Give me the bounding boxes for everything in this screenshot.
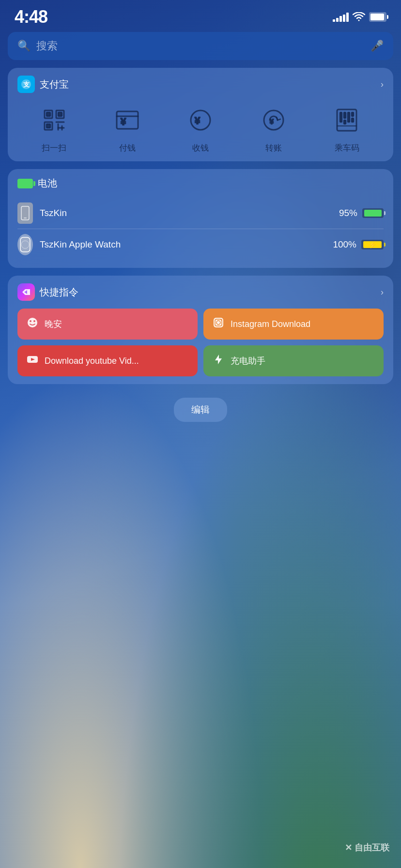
alipay-scan[interactable]: 扫一扫 — [37, 103, 72, 154]
search-bar[interactable]: 🔍 搜索 🎤 — [8, 32, 393, 60]
microphone-icon[interactable]: 🎤 — [370, 40, 384, 52]
watch-battery-pct: 100% — [333, 239, 356, 250]
shortcut-charge-label: 充电助手 — [231, 355, 265, 367]
alipay-title: 支付宝 — [40, 78, 69, 91]
svg-rect-21 — [348, 112, 350, 122]
status-bar: 4:48 — [0, 0, 401, 32]
shortcut-goodnight-label: 晚安 — [45, 318, 62, 330]
svg-rect-24 — [352, 118, 354, 122]
alipay-logo: 支 — [17, 76, 35, 93]
instagram-icon — [212, 316, 225, 332]
youtube-icon — [26, 353, 39, 369]
svg-point-14 — [191, 110, 210, 130]
battery-device-phone: TszKin 95% — [17, 198, 384, 229]
phone-battery-bar — [362, 208, 384, 218]
svg-point-36 — [221, 319, 222, 321]
svg-rect-28 — [20, 237, 30, 252]
battery-device-watch: TszKin Apple Watch 100% ⚡ — [17, 229, 384, 260]
status-icons — [333, 12, 386, 22]
edit-button-wrap: 编辑 — [8, 398, 393, 422]
shortcut-goodnight[interactable]: 晚安 — [17, 309, 198, 340]
phone-device-name: TszKin — [40, 208, 67, 218]
watermark: ✕ 自由互联 — [345, 842, 389, 853]
shortcuts-title: 快捷指令 — [40, 286, 78, 299]
alipay-receive[interactable]: ¥ 收钱 — [183, 103, 218, 154]
svg-text:支: 支 — [23, 81, 30, 88]
shortcuts-logo — [17, 283, 35, 301]
svg-rect-23 — [344, 120, 346, 124]
goodnight-icon — [26, 316, 39, 332]
alipay-receive-label: 收钱 — [192, 142, 209, 154]
svg-rect-19 — [340, 112, 342, 122]
alipay-transit[interactable]: 乘车码 — [329, 103, 364, 154]
alipay-header[interactable]: 支 支付宝 › — [17, 76, 384, 93]
shortcut-youtube-label: Download youtube Vid... — [45, 356, 139, 366]
shortcut-charge[interactable]: 充电助手 — [203, 345, 384, 376]
svg-rect-20 — [344, 112, 346, 118]
battery-widget: 电池 TszKin 95% — [8, 169, 393, 268]
edit-button[interactable]: 编辑 — [174, 398, 227, 422]
shortcut-instagram[interactable]: Instagram Download — [203, 309, 384, 340]
status-time: 4:48 — [15, 7, 47, 27]
svg-rect-22 — [352, 112, 354, 116]
search-placeholder: 搜索 — [36, 39, 365, 53]
phone-battery-pct: 95% — [339, 208, 357, 218]
svg-rect-6 — [46, 124, 50, 128]
alipay-transit-label: 乘车码 — [335, 142, 359, 154]
svg-rect-4 — [46, 112, 50, 116]
search-icon: 🔍 — [17, 40, 31, 52]
svg-point-31 — [30, 320, 31, 322]
alipay-transfer[interactable]: ¥ 转账 — [256, 103, 291, 154]
svg-rect-27 — [24, 217, 27, 218]
alipay-transfer-label: 转账 — [265, 142, 282, 154]
alipay-pay-label: 付钱 — [119, 142, 136, 154]
shortcut-youtube[interactable]: Download youtube Vid... — [17, 345, 198, 376]
watch-battery-bar: ⚡ — [361, 240, 384, 249]
alipay-pay[interactable]: ¥ 付钱 — [110, 103, 145, 154]
svg-text:¥: ¥ — [270, 118, 274, 125]
shortcut-instagram-label: Instagram Download — [231, 319, 310, 329]
alipay-chevron: › — [381, 79, 384, 90]
signal-icon — [333, 12, 349, 22]
battery-widget-icon — [17, 179, 33, 188]
svg-point-16 — [264, 110, 283, 130]
watch-device-name: TszKin Apple Watch — [40, 239, 121, 250]
svg-rect-5 — [58, 112, 62, 116]
svg-point-30 — [28, 318, 37, 327]
status-battery-icon — [369, 12, 386, 22]
shortcuts-widget: 快捷指令 › 晚安 — [8, 276, 393, 384]
battery-widget-title: 电池 — [38, 177, 57, 190]
wifi-icon — [353, 12, 365, 22]
shortcuts-grid: 晚安 Instagram Download — [17, 309, 384, 376]
alipay-widget: 支 支付宝 › — [8, 68, 393, 161]
watch-device-icon — [17, 234, 33, 255]
svg-marker-39 — [215, 355, 222, 364]
svg-rect-11 — [117, 111, 138, 129]
alipay-scan-label: 扫一扫 — [42, 142, 66, 154]
content-area: 🔍 搜索 🎤 支 支付宝 › — [0, 32, 401, 422]
svg-point-32 — [33, 320, 35, 322]
svg-text:¥: ¥ — [195, 115, 200, 126]
charge-icon — [212, 353, 225, 369]
shortcuts-chevron: › — [381, 287, 384, 297]
alipay-actions: 扫一扫 ¥ 付钱 ¥ — [17, 103, 384, 154]
svg-text:¥: ¥ — [121, 116, 126, 127]
phone-device-icon — [17, 202, 33, 224]
